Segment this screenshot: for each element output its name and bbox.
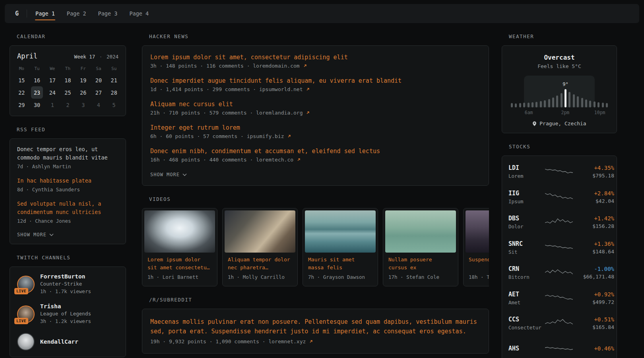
stock-row[interactable]: SNRCSit+1.36%$148.64 [508,235,610,261]
stock-row[interactable]: DBSDolor+1.42%$156.28 [508,210,610,235]
stock-price: $156.28 [573,223,614,229]
stock-row[interactable]: IIGIpsum+2.84%$42.04 [508,185,610,210]
calendar-day[interactable]: 19 [76,74,91,86]
calendar-day[interactable]: 28 [106,86,122,99]
video-title[interactable]: Suspendisse diam [469,256,489,272]
video-card[interactable]: Lorem ipsum dolor sit amet consectetu…1h… [142,208,217,286]
channel-category[interactable]: Counter-Strike [40,281,91,287]
subreddit-post-domain[interactable]: loremnet.xyz [268,339,306,344]
hn-item-domain[interactable]: loremdomain.com [253,63,299,69]
hn-item-domain[interactable]: ipsumify.biz [247,133,284,139]
stock-id: CRNBitcorn [508,265,545,280]
calendar-day-today[interactable]: 23 [31,86,43,99]
page-tabs: Page 1Page 2Page 3Page 4 [35,4,149,23]
rss-item-title[interactable]: In hac habitasse platea [17,177,118,185]
hn-item-title[interactable]: Donec enim nibh, condimentum et accumsan… [150,148,481,155]
weather-hour-bar [548,99,550,107]
weather-widget: Overcast Feels like 5°C 9° 6am2pm10pm Pr… [502,45,617,133]
video-card[interactable]: Suspendisse diam18h · Tara [463,208,489,286]
rss-show-more-button[interactable]: SHOW MORE [17,232,54,237]
calendar-day[interactable]: 27 [91,86,107,99]
channel-name[interactable]: ForrestBurton [40,273,91,280]
hacker-news-show-more-button[interactable]: SHOW MORE [150,172,187,177]
video-title[interactable]: Aliquam tempor dolor nec pharetra… [228,256,292,272]
video-title[interactable]: Lorem ipsum dolor sit amet consectetu… [147,256,212,272]
channel-name[interactable]: Trisha [40,303,91,309]
stock-row[interactable]: AHS+0.46% [508,336,610,358]
hn-item: Donec enim nibh, condimentum et accumsan… [150,148,481,163]
hn-item-title[interactable]: Lorem ipsum dolor sit amet, consectetur … [150,54,481,61]
stock-symbol: IIG [508,190,545,197]
stock-sparkline [545,318,573,329]
stock-symbol: SNRC [508,240,545,247]
hn-item: Aliquam nec cursus elit21h · 710 points … [150,101,481,117]
tab-page-3[interactable]: Page 3 [98,10,118,18]
tab-page-2[interactable]: Page 2 [66,10,87,18]
tab-page-1[interactable]: Page 1 [35,10,55,18]
stock-row[interactable]: CCSConsectetur+0.51%$165.84 [508,311,610,336]
calendar-section-title: CALENDAR [17,33,126,39]
stock-values: +2.84%$42.04 [573,190,614,204]
subreddit-section-title: /R/SUBREDDIT [149,297,489,303]
twitch-channel[interactable]: KendallCarr [17,333,118,350]
calendar-day[interactable]: 22 [14,86,29,99]
twitch-section: TWITCH CHANNELS LIVEForrestBurtonCounter… [10,255,126,357]
calendar-day[interactable]: 21 [106,74,122,86]
calendar-widget: April Week 17 · 2024 MoTuWeThFrSaSu 1516… [10,45,126,116]
stock-change: -1.00% [573,266,614,272]
channel-name[interactable]: KendallCarr [40,339,78,345]
hn-item-title[interactable]: Aliquam nec cursus elit [150,101,481,108]
subreddit-post-title[interactable]: Maecenas mollis pulvinar erat non posuer… [150,317,481,336]
video-title[interactable]: Mauris sit amet massa felis [308,256,372,272]
tab-page-4[interactable]: Page 4 [129,10,149,18]
calendar-day[interactable]: 30 [29,99,45,111]
calendar-day[interactable]: 15 [14,74,29,86]
rss-item: Donec tempor eros leo, ut commodo mauris… [17,145,118,170]
channel-avatar: LIVE [17,305,35,323]
stock-row[interactable]: LDILorem+4.35%$795.18 [508,159,610,185]
subreddit-post-meta: 19h · 9,932 points · 1,090 comments · lo… [150,338,481,345]
external-link-icon [303,64,307,68]
stock-name: Consectetur [508,325,545,331]
chevron-down-icon [182,173,187,176]
calendar-day[interactable]: 3 [76,99,91,111]
stock-name: Ipsum [508,198,545,204]
channel-category[interactable]: League of Legends [40,311,91,317]
stock-row[interactable]: AETAmet+0.92%$499.72 [508,286,610,311]
twitch-channel[interactable]: LIVEForrestBurtonCounter-Strike1h · 1.7k… [17,273,118,295]
rss-widget: Donec tempor eros leo, ut commodo mauris… [10,138,126,244]
channel-info: ForrestBurtonCounter-Strike1h · 1.7k vie… [40,273,91,295]
weather-hour-bar [556,95,558,107]
twitch-channel[interactable]: LIVETrishaLeague of Legends3h · 1.2k vie… [17,303,118,325]
video-title[interactable]: Nullam posuere cursus ex [388,256,453,272]
video-card[interactable]: Nullam posuere cursus ex17h · Stefan Col… [383,208,458,286]
video-card[interactable]: Aliquam tempor dolor nec pharetra…1h · M… [222,208,298,286]
hn-item-title[interactable]: Integer eget rutrum lorem [150,124,481,131]
calendar-day[interactable]: 18 [60,74,76,86]
stock-row[interactable]: CRNBitcorn-1.00%$66,171.48 [508,260,610,286]
video-card[interactable]: Mauris sit amet massa felis7h · Grayson … [303,208,378,286]
calendar-day[interactable]: 25 [60,86,76,99]
calendar-day[interactable]: 26 [76,86,91,99]
calendar-day[interactable]: 24 [45,86,60,99]
dashboard: CALENDAR April Week 17 · 2024 MoTuWeThFr… [0,23,644,358]
calendar-day[interactable]: 17 [45,74,60,86]
calendar-day[interactable]: 20 [91,74,107,86]
app-logo[interactable]: G [14,10,20,17]
hn-item-domain[interactable]: ipsumworld.net [259,86,303,92]
rss-item-title[interactable]: Donec tempor eros leo, ut commodo mauris… [17,145,118,162]
calendar-year: 2024 [107,54,118,60]
calendar-day[interactable]: 16 [29,74,45,86]
calendar-day[interactable]: 2 [60,99,76,111]
calendar-day[interactable]: 1 [45,99,60,111]
hn-item-domain[interactable]: loremlandia.org [256,110,303,116]
calendar-day[interactable]: 5 [106,99,122,111]
calendar-day[interactable]: 29 [14,99,29,111]
calendar-days: 1516171819202122232425262728293012345 [10,74,126,116]
stock-sparkline-chart [545,217,573,228]
subreddit-post: Maecenas mollis pulvinar erat non posuer… [150,317,481,345]
calendar-day[interactable]: 4 [91,99,107,111]
rss-item-title[interactable]: Sed volutpat nulla nisl, a condimentum n… [17,200,118,216]
hn-item-domain[interactable]: loremtech.co [256,157,293,163]
hn-item-title[interactable]: Donec imperdiet augue tincidunt felis al… [150,77,481,84]
